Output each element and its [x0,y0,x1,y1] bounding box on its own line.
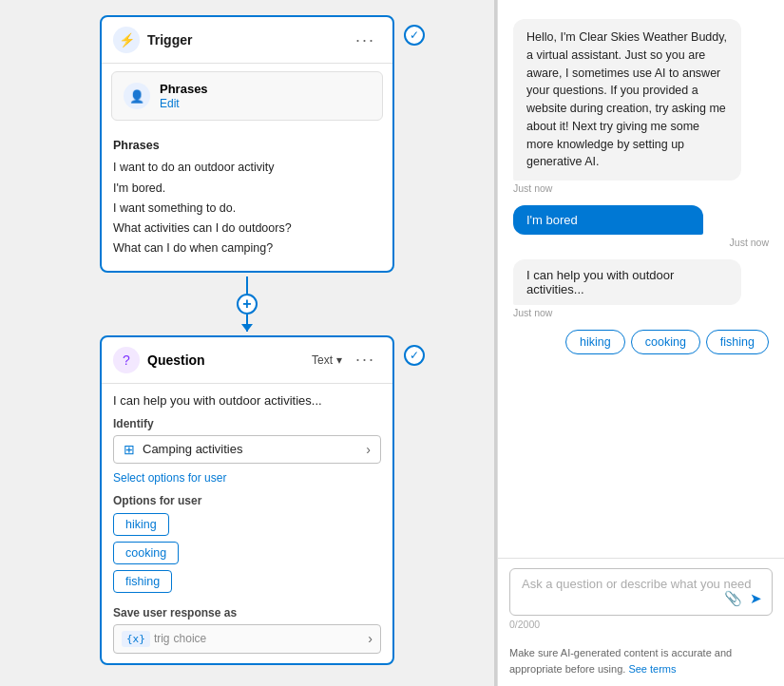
options-label: Options for user [113,494,381,507]
bubble1-time: Just now [513,182,769,194]
question-text: I can help you with outdoor activities..… [113,393,381,408]
phrase-2: I'm bored. [113,179,381,199]
bot-bubble-1: Hello, I'm Clear Skies Weather Buddy, a … [513,19,741,181]
add-step-button[interactable]: + [237,294,258,314]
trigger-phrases-content: Phrases I want to do an outdoor activity… [102,128,392,271]
save-arrow-icon: › [368,631,373,646]
trigger-menu-button[interactable]: ··· [350,29,381,52]
question-type-badge[interactable]: Text ▾ [312,353,342,367]
connector-arrow [246,314,248,332]
chat-body: Hello, I'm Clear Skies Weather Buddy, a … [498,0,784,558]
chat-input-icons: 📎 ➤ [724,590,762,607]
phrase-5: What can I do when camping? [113,238,381,258]
send-icon[interactable]: ➤ [750,590,762,607]
phrases-icon: 👤 [124,83,150,109]
identify-box[interactable]: ⊞ Camping activities › [113,435,381,464]
connector-line-top [246,276,248,294]
connector: + [100,273,394,335]
attach-icon[interactable]: 📎 [724,590,742,607]
chat-input-box[interactable]: Ask a question or describe what you need… [509,568,773,616]
question-check-icon: ✓ [404,345,425,366]
chat-input-count: 0/2000 [509,619,773,630]
identify-grid-icon: ⊞ [124,442,135,457]
trigger-phrases-inner[interactable]: 👤 Phrases Edit [111,71,383,121]
chat-option-hiking[interactable]: hiking [565,330,625,354]
identify-arrow-icon: › [366,442,371,457]
question-type-label: Text [312,353,333,367]
chat-disclaimer: Make sure AI-generated content is accura… [498,639,784,686]
question-title: Question [147,353,304,368]
phrases-inner-content: Phrases Edit [160,82,208,110]
trigger-card: ⚡ Trigger ··· ✓ 👤 Phrases Edit Phrases I… [100,15,394,273]
question-header: ? Question Text ▾ ··· [102,337,392,384]
chat-message-3: I can help you with outdoor activities..… [513,259,769,318]
question-menu-button[interactable]: ··· [350,348,381,372]
phrase-4: What activities can I do outdoors? [113,219,381,238]
select-options-link[interactable]: Select options for user [113,471,226,485]
trigger-icon: ⚡ [113,27,140,53]
phrase-3: I want something to do. [113,199,381,219]
chat-input-area: Ask a question or describe what you need… [498,558,784,639]
phrases-inner-title: Phrases [160,82,208,96]
identify-value: Camping activities [143,442,358,456]
save-box[interactable]: {x} trig choice › [113,624,381,654]
question-card: ? Question Text ▾ ··· ✓ I can help you w… [100,335,394,665]
question-icon: ? [113,347,140,373]
chat-message-1: Hello, I'm Clear Skies Weather Buddy, a … [513,19,769,194]
option-hiking[interactable]: hiking [113,513,381,542]
bubble2-time: Just now [513,237,769,248]
save-var-choice: choice [174,632,207,645]
bubble3-time: Just now [513,307,769,318]
phrases-title: Phrases [113,136,381,156]
disclaimer-link[interactable]: See terms [628,663,676,675]
save-var-trig: trig [154,632,170,645]
bot-bubble-3: I can help you with outdoor activities..… [513,259,741,305]
question-body: I can help you with outdoor activities..… [102,384,392,663]
left-panel: ⚡ Trigger ··· ✓ 👤 Phrases Edit Phrases I… [0,0,494,686]
disclaimer-text: Make sure AI-generated content is accura… [509,647,732,675]
save-var-x: {x} [122,631,150,647]
option-cooking[interactable]: cooking [113,542,381,570]
chevron-down-icon: ▾ [336,353,342,367]
chat-panel: Hello, I'm Clear Skies Weather Buddy, a … [497,0,784,686]
chat-option-fishing[interactable]: fishing [706,330,769,354]
option-fishing[interactable]: fishing [113,570,381,599]
trigger-title: Trigger [147,32,342,48]
trigger-check-icon: ✓ [404,25,425,46]
phrase-1: I want to do an outdoor activity [113,158,381,178]
chat-input-placeholder: Ask a question or describe what you need [522,577,760,591]
user-bubble-2: I'm bored [513,205,703,235]
chat-option-cooking[interactable]: cooking [631,330,700,354]
save-response-label: Save user response as [113,606,381,619]
chat-option-buttons: hiking cooking fishing [565,330,769,354]
phrases-edit-link[interactable]: Edit [160,97,180,110]
identify-label: Identify [113,417,381,430]
trigger-card-header: ⚡ Trigger ··· [102,17,392,64]
chat-message-2: I'm bored Just now [513,205,769,248]
